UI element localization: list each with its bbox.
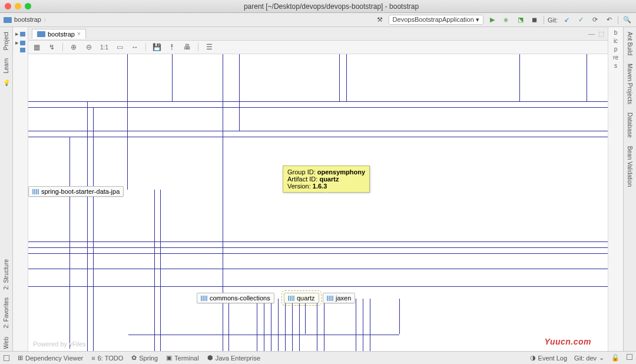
debug-icon[interactable]: ⛯ — [501, 15, 512, 25]
node-commons-collections[interactable]: commons-collections — [197, 293, 274, 303]
tooltip-version-label: Version: — [287, 183, 311, 190]
save-icon[interactable]: 💾 — [152, 43, 161, 51]
window-title: parent [~/Desktop/devops/devops-bootstra… — [31, 2, 631, 11]
route-icon[interactable]: ↯ — [47, 43, 57, 51]
titlebar: parent [~/Desktop/devops/devops-bootstra… — [0, 0, 636, 13]
zoom-in-icon[interactable]: ⊕ — [69, 43, 78, 51]
status-spring[interactable]: ✿ Spring — [131, 354, 158, 362]
hide-tool-icon[interactable]: ⬚ — [598, 30, 604, 38]
node-label: jaxen — [336, 294, 351, 302]
search-icon[interactable]: 🔍 — [622, 15, 632, 25]
status-todo[interactable]: ≡ 6: TODO — [91, 355, 123, 362]
minimize-icon[interactable] — [15, 3, 21, 9]
editor-tab-bootstrap[interactable]: bootstrap × — [32, 29, 86, 39]
update-project-icon[interactable]: ↙ — [561, 15, 572, 25]
folder-icon — [20, 48, 25, 52]
close-tab-icon[interactable]: × — [77, 31, 81, 37]
status-git-branch[interactable]: Git: dev ⌄ — [574, 354, 604, 362]
lightbulb-icon[interactable]: 💡 — [3, 80, 10, 86]
zoom-actual-icon[interactable]: 1:1 — [100, 44, 109, 51]
node-jaxen[interactable]: jaxen — [323, 293, 355, 303]
marker-ic[interactable]: ic — [614, 38, 618, 44]
print-icon[interactable]: 🖶 — [183, 43, 192, 51]
export-icon[interactable]: ⭱ — [167, 43, 177, 51]
status-event-log[interactable]: ◑ Event Log — [530, 354, 568, 362]
layout-icon[interactable]: ▦ — [32, 43, 41, 51]
settings-icon[interactable]: ☰ — [204, 43, 214, 51]
node-spring-boot-starter-data-jpa[interactable]: spring-boot-starter-data-jpa — [28, 186, 124, 197]
apply-layout-icon[interactable]: ↔ — [130, 43, 140, 51]
zoom-out-icon[interactable]: ⊖ — [84, 43, 94, 51]
git-label: Git: — [548, 16, 558, 24]
bars-icon — [201, 296, 207, 301]
tooltip-artifact-label: Artifact ID: — [287, 176, 317, 183]
sidebar-tab-project[interactable]: Project — [2, 29, 11, 52]
status-terminal[interactable]: ▣ Terminal — [166, 354, 199, 362]
stop-icon[interactable]: ◼ — [529, 15, 540, 25]
sidebar-tab-ant[interactable]: Ant Build — [625, 29, 634, 58]
tooltip-group-label: Group ID: — [287, 168, 316, 176]
tab-label: bootstrap — [48, 31, 75, 38]
folder-icon — [20, 32, 25, 37]
zoom-icon[interactable] — [25, 3, 31, 9]
watermark: Powered by yFiles — [33, 340, 86, 348]
folder-icon — [20, 41, 25, 45]
module-icon — [4, 17, 12, 23]
breadcrumb-item[interactable]: bootstrap — [14, 16, 49, 24]
brand-watermark: Yuucn.com — [545, 337, 591, 346]
memory-indicator-icon[interactable] — [627, 354, 632, 360]
expand-icon[interactable]: ▸ — [15, 39, 19, 47]
tooltip-group: opensymphony — [317, 168, 365, 176]
status-jee[interactable]: ⬢ Java Enterprise — [207, 354, 260, 362]
tool-window-quick-access-icon[interactable] — [4, 355, 9, 361]
status-bar: ⊞ Dependency Viewer ≡ 6: TODO ✿ Spring ▣… — [0, 351, 636, 364]
bars-icon — [288, 296, 294, 301]
left-tool-stripe: Project Learn 💡 2: Structure 2: Favorite… — [0, 27, 13, 351]
run-configuration[interactable]: DevopsBootstrapApplication ▾ — [389, 15, 483, 25]
diagram-toolbar: ▦ ↯ ⊕ ⊖ 1:1 ▭ ↔ 💾 ⭱ 🖶 ☰ — [28, 41, 608, 54]
node-label: commons-collections — [210, 294, 270, 302]
bars-icon — [327, 296, 333, 301]
breadcrumb[interactable]: bootstrap — [4, 16, 375, 24]
project-tool-window: ▸ ▸ — [13, 27, 28, 351]
close-icon[interactable] — [5, 3, 11, 9]
revert-icon[interactable]: ↶ — [604, 15, 614, 25]
lock-icon[interactable]: 🔓 — [611, 354, 620, 362]
sidebar-tab-favorites[interactable]: 2: Favorites — [2, 295, 11, 330]
run-config-label: DevopsBootstrapApplication — [393, 16, 474, 23]
right-tool-stripe: Ant Build Maven Projects Database Bean V… — [623, 27, 636, 351]
minimize-tool-icon[interactable]: — — [588, 30, 595, 38]
bars-icon — [32, 189, 39, 194]
tooltip-artifact: quartz — [319, 176, 339, 183]
history-icon[interactable]: ⟳ — [589, 15, 600, 25]
window-controls — [5, 3, 31, 9]
run-icon[interactable]: ▶ — [487, 15, 498, 25]
editor-tabs: bootstrap × — ⬚ — [28, 27, 608, 41]
marker-b[interactable]: b — [614, 29, 618, 36]
sidebar-tab-web[interactable]: Web — [2, 335, 11, 351]
marker-p[interactable]: p — [614, 46, 618, 52]
expand-icon[interactable]: ▸ — [15, 30, 19, 38]
marker-re[interactable]: re — [613, 54, 618, 61]
commit-icon[interactable]: ✓ — [575, 15, 586, 25]
marker-s[interactable]: s — [614, 62, 617, 69]
sidebar-tab-learn[interactable]: Learn — [2, 56, 11, 76]
module-icon — [37, 31, 45, 37]
status-dependency-viewer[interactable]: ⊞ Dependency Viewer — [18, 354, 83, 362]
navigation-bar: bootstrap ⚒ DevopsBootstrapApplication ▾… — [0, 13, 636, 27]
node-quartz[interactable]: quartz — [284, 293, 319, 303]
sidebar-tab-structure[interactable]: 2: Structure — [2, 257, 11, 292]
node-label: spring-boot-starter-data-jpa — [41, 188, 120, 195]
node-label: quartz — [297, 294, 315, 302]
tooltip-version: 1.6.3 — [313, 183, 327, 190]
dependency-diagram[interactable]: spring-boot-starter-data-jpa commons-col… — [28, 54, 608, 351]
right-gutter: b ic p re s — [608, 27, 623, 351]
sidebar-tab-maven[interactable]: Maven Projects — [625, 61, 634, 107]
sidebar-tab-database[interactable]: Database — [625, 110, 634, 140]
fit-content-icon[interactable]: ▭ — [115, 43, 124, 51]
coverage-icon[interactable]: ⬔ — [515, 15, 526, 25]
build-icon[interactable]: ⚒ — [375, 15, 385, 25]
tooltip: Group ID: opensymphony Artifact ID: quar… — [283, 166, 370, 193]
sidebar-tab-bean[interactable]: Bean Validation — [625, 144, 634, 189]
